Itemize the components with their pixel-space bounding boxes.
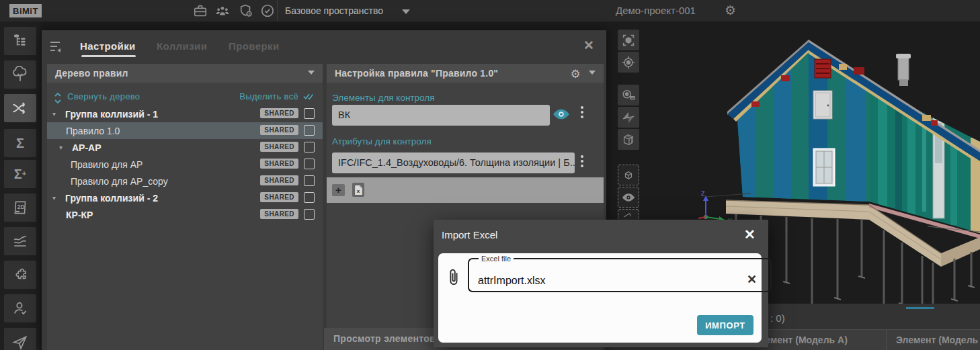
- results-column-header: Элемент (Модель B): [896, 330, 980, 350]
- tab-collisions[interactable]: Коллизии: [157, 40, 207, 52]
- elements-kebab-menu-icon[interactable]: [581, 106, 583, 118]
- row-checkbox[interactable]: [304, 175, 315, 186]
- tree-row-label: Группа коллизий - 2: [65, 193, 158, 204]
- tree-row[interactable]: КР-КРSHARED: [47, 206, 323, 223]
- attributes-actions-band: + x: [327, 177, 604, 203]
- isolate-selection-button[interactable]: [618, 165, 639, 185]
- sidebar-item-model-tree[interactable]: [4, 60, 36, 89]
- results-count-text: : 0): [770, 312, 785, 324]
- select-all-link[interactable]: Выделить всё: [239, 91, 298, 101]
- tree-toolbar: Свернуть дерево Выделить всё: [47, 89, 323, 105]
- tree-row[interactable]: ▾Группа коллизий - 1SHARED: [47, 105, 323, 122]
- sidebar-item-sigma[interactable]: Σ: [4, 129, 36, 157]
- rule-settings-title: Настройка правила "Правило 1.0": [335, 68, 498, 79]
- row-checkbox[interactable]: [304, 125, 315, 136]
- tab-settings[interactable]: Настройки: [80, 40, 136, 52]
- tree-row[interactable]: Правило для АРSHARED: [47, 156, 323, 173]
- import-button[interactable]: ИМПОРТ: [697, 315, 753, 335]
- workspace-caret-icon[interactable]: [402, 9, 410, 14]
- measure-tape-button[interactable]: [618, 85, 639, 105]
- sidebar-item-plugins[interactable]: [4, 261, 36, 289]
- shared-badge: SHARED: [260, 108, 298, 118]
- paperclip-icon[interactable]: [446, 267, 461, 288]
- excel-file-field[interactable]: Excel file attrImport.xlsx ✕: [468, 255, 772, 292]
- tree-caret-icon[interactable]: ▾: [59, 144, 69, 151]
- tree-caret-icon[interactable]: ▾: [52, 110, 62, 118]
- tree-rows: ▾Группа коллизий - 1SHAREDПравило 1.0SHA…: [47, 105, 323, 223]
- tree-row[interactable]: ▾Группа коллизий - 2SHARED: [47, 189, 323, 206]
- rules-tree-title: Дерево правил: [55, 68, 128, 79]
- shared-badge: SHARED: [260, 209, 298, 219]
- excel-file-field-label: Excel file: [479, 255, 514, 263]
- briefcase-icon[interactable]: [193, 3, 208, 18]
- row-checkbox[interactable]: [304, 192, 315, 203]
- clip-box-button[interactable]: [618, 129, 639, 150]
- locate-target-button[interactable]: [618, 52, 639, 73]
- attributes-input[interactable]: IFC/IFC_1.4_Воздуховоды/6. Толщина изоля…: [332, 152, 575, 173]
- sidebar-item-user-check[interactable]: [4, 294, 36, 322]
- eye-icon[interactable]: [553, 108, 570, 122]
- shared-badge: SHARED: [260, 159, 298, 169]
- panel-drag-handle[interactable]: [906, 307, 934, 309]
- shared-badge: SHARED: [260, 142, 298, 152]
- sidebar-item-collisions[interactable]: [4, 94, 36, 122]
- unfold-icon[interactable]: [52, 91, 63, 103]
- row-checkbox[interactable]: [304, 108, 315, 119]
- shield-icon[interactable]: [239, 3, 253, 18]
- svg-text:2D: 2D: [17, 204, 25, 210]
- tree-row[interactable]: Правило 1.0SHARED: [47, 122, 323, 139]
- shared-badge: SHARED: [260, 125, 298, 135]
- row-checkbox[interactable]: [304, 159, 315, 169]
- tree-row-label: АР-АР: [72, 142, 101, 153]
- left-sidebar: Σ Σ+ 2D: [0, 21, 40, 350]
- tab-checks[interactable]: Проверки: [229, 40, 280, 52]
- active-tab-underline: [81, 55, 136, 57]
- row-checkbox[interactable]: [304, 209, 315, 220]
- rule-settings-header[interactable]: Настройка правила "Правило 1.0" ⚙: [327, 64, 604, 83]
- workspace-selector[interactable]: Базовое пространство: [285, 0, 383, 21]
- chevron-down-icon[interactable]: [589, 71, 596, 75]
- sidebar-item-structure-tree[interactable]: [4, 27, 36, 55]
- elements-preview-title: Просмотр элементов: [333, 333, 436, 344]
- tree-row-label: Правило для АР: [71, 159, 142, 170]
- check-circle-icon[interactable]: [260, 3, 275, 18]
- collapse-tree-link[interactable]: Свернуть дерево: [67, 91, 140, 101]
- attributes-kebab-menu-icon[interactable]: [581, 155, 583, 167]
- tree-caret-icon[interactable]: ▾: [52, 194, 62, 202]
- clear-file-icon[interactable]: ✕: [747, 272, 757, 287]
- chevron-down-icon[interactable]: [308, 71, 315, 75]
- sidebar-item-2d-view[interactable]: 2D: [4, 193, 36, 222]
- attributes-label: Атрибуты для контроля: [332, 136, 432, 146]
- project-settings-gear-icon[interactable]: ⚙: [725, 3, 736, 19]
- hide-selection-button[interactable]: [618, 187, 639, 208]
- rules-tree-header[interactable]: Дерево правил: [47, 64, 323, 83]
- close-icon[interactable]: ✕: [583, 38, 594, 53]
- team-icon[interactable]: [215, 3, 230, 18]
- elements-label: Элементы для контроля: [332, 93, 434, 103]
- topbar-divider: [277, 0, 278, 21]
- import-excel-modal: Import Excel ✕ Excel file attrImport.xls…: [434, 220, 768, 347]
- double-check-icon[interactable]: [302, 91, 316, 103]
- shared-badge: SHARED: [260, 175, 298, 185]
- row-checkbox[interactable]: [304, 142, 315, 152]
- collapse-panel-icon[interactable]: [48, 40, 65, 54]
- tree-row[interactable]: ▾АР-АРSHARED: [47, 139, 323, 156]
- section-plane-button[interactable]: [618, 107, 639, 128]
- excel-file-value[interactable]: attrImport.xlsx: [478, 275, 545, 287]
- tree-row[interactable]: Правило для АР_copySHARED: [47, 173, 323, 189]
- elements-input[interactable]: ВК: [332, 105, 550, 126]
- sidebar-item-sigma-plus[interactable]: Σ+: [4, 160, 36, 188]
- excel-import-button[interactable]: x: [352, 183, 364, 197]
- svg-text:Z: Z: [701, 190, 705, 197]
- column-divider: [886, 330, 887, 350]
- modal-title: Import Excel: [442, 229, 497, 240]
- sidebar-item-send[interactable]: [4, 328, 36, 350]
- app-logo: BiMiT: [9, 4, 42, 17]
- shared-badge: SHARED: [260, 192, 298, 202]
- add-attribute-button[interactable]: +: [332, 184, 345, 196]
- fit-view-button[interactable]: [618, 30, 639, 50]
- modal-body: Excel file attrImport.xlsx ✕ ИМПОРТ: [438, 253, 762, 343]
- modal-close-icon[interactable]: ✕: [744, 226, 756, 243]
- sidebar-item-graphs[interactable]: [4, 227, 36, 255]
- rule-gear-icon[interactable]: ⚙: [571, 65, 581, 84]
